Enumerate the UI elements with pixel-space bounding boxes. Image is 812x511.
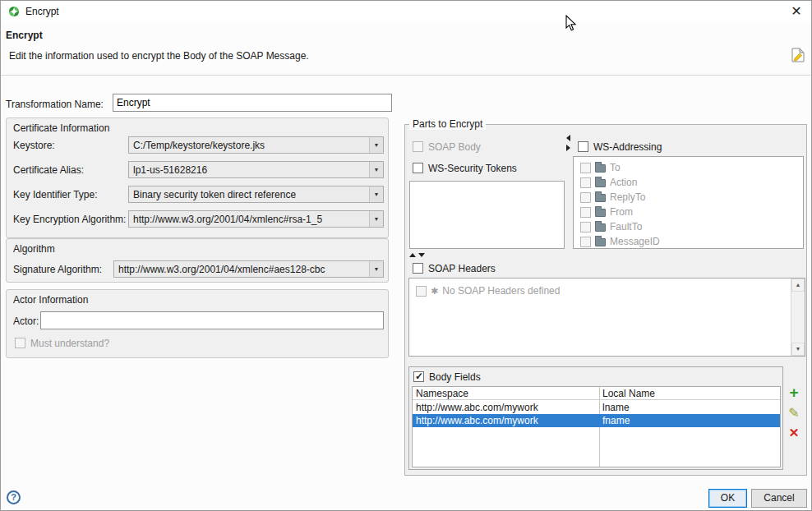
header-part-folder-icon [595, 194, 606, 202]
ws-addressing-item-label: ReplyTo [610, 191, 645, 203]
keystore-value: C:/Temp/keystore/keystore.jks [133, 140, 367, 151]
actor-information-group: Actor Information Actor: Must understand… [6, 289, 389, 358]
key-identifier-type-combo[interactable]: Binary security token direct reference ▼ [128, 186, 384, 203]
body-fields-table[interactable]: Namespace Local Name http://www.abc.com/… [412, 386, 781, 467]
certificate-information-title: Certificate Information [13, 122, 109, 134]
signature-algorithm-combo[interactable]: http://www.w3.org/2001/04/xmlenc#aes128-… [113, 260, 384, 278]
namespace-cell: http://www.abc.com/mywork [413, 401, 599, 414]
transformation-name-label: Transformation Name: [6, 99, 104, 110]
actor-label: Actor: [13, 315, 39, 327]
page-title: Encrypt [6, 30, 43, 41]
scroll-down-icon[interactable]: ▼ [791, 343, 805, 356]
ok-button[interactable]: OK [708, 489, 747, 508]
certificate-information-group: Certificate Information Keystore: C:/Tem… [6, 117, 389, 238]
dropdown-arrow-icon[interactable]: ▼ [369, 211, 383, 227]
help-icon[interactable]: ? [7, 490, 21, 504]
ws-addressing-item-action[interactable]: Action [574, 175, 803, 190]
title-bar: Encrypt ✕ [1, 1, 811, 22]
ws-security-tokens-checkbox[interactable] [413, 163, 423, 173]
certificate-alias-label: Certificate Alias: [13, 164, 84, 176]
close-button[interactable]: ✕ [788, 3, 805, 20]
certificate-alias-value: lp1-us-51628216 [133, 164, 367, 176]
ws-security-tokens-list[interactable] [409, 181, 565, 249]
app-icon [7, 5, 21, 18]
split-collapse-up-icon[interactable] [409, 253, 416, 257]
scroll-up-icon[interactable]: ▲ [791, 279, 805, 292]
split-collapse-down-icon[interactable] [418, 253, 425, 257]
ws-addressing-item-to[interactable]: To [574, 160, 803, 175]
algorithm-title: Algorithm [13, 243, 55, 255]
ws-addressing-item-checkbox[interactable] [580, 207, 591, 218]
body-fields-row: Body Fields [413, 371, 481, 383]
must-understand-checkbox[interactable] [15, 338, 25, 348]
ws-security-tokens-row: WS-Security Tokens [413, 162, 517, 174]
signature-algorithm-label: Signature Algorithm: [13, 264, 102, 275]
ws-addressing-item-label: To [610, 162, 621, 173]
parts-to-encrypt-panel: SOAP Body WS-Security Tokens WS-Addressi… [404, 124, 807, 476]
actor-information-title: Actor Information [13, 294, 88, 306]
ws-addressing-item-from[interactable]: From [574, 205, 803, 219]
soap-body-checkbox[interactable] [413, 141, 423, 152]
actor-input[interactable] [40, 311, 384, 329]
key-encryption-algorithm-value: http://www.w3.org/2001/04/xmlenc#rsa-1_5 [133, 214, 367, 225]
body-fields-checkbox[interactable] [413, 371, 424, 382]
encrypt-dialog: Encrypt ✕ Encrypt Edit the information u… [0, 0, 812, 511]
ws-addressing-row: WS-Addressing [578, 140, 662, 153]
window-title: Encrypt [25, 6, 59, 17]
no-soap-headers-label: No SOAP Headers defined [442, 285, 560, 297]
header-marker-icon: ✱ [431, 286, 438, 297]
ws-addressing-item-checkbox[interactable] [580, 177, 591, 188]
soap-headers-panel[interactable]: ✱ No SOAP Headers defined ▲ ▼ [408, 278, 805, 357]
cancel-button[interactable]: Cancel [751, 489, 807, 508]
table-header-row: Namespace Local Name [413, 387, 780, 400]
ws-addressing-item-label: From [610, 206, 633, 218]
split-collapse-left-icon[interactable] [566, 135, 570, 141]
must-understand-row: Must understand? [15, 337, 109, 349]
add-field-icon[interactable]: + [787, 386, 801, 401]
header-part-folder-icon [595, 164, 606, 173]
table-row[interactable]: http://www.abc.com/mywork lname [413, 401, 780, 414]
keystore-combo[interactable]: C:/Temp/keystore/keystore.jks ▼ [128, 136, 384, 154]
no-soap-headers-row: ✱ No SOAP Headers defined [409, 283, 805, 298]
soap-headers-checkbox[interactable] [413, 263, 423, 274]
header-part-folder-icon [595, 179, 606, 187]
ws-addressing-item-checkbox[interactable] [580, 237, 591, 247]
header-part-folder-icon [595, 209, 606, 217]
ws-addressing-item-replyto[interactable]: ReplyTo [574, 190, 803, 205]
dropdown-arrow-icon[interactable]: ▼ [369, 162, 383, 177]
dropdown-arrow-icon[interactable]: ▼ [369, 137, 383, 153]
dropdown-arrow-icon[interactable]: ▼ [369, 261, 383, 277]
body-fields-label: Body Fields [429, 371, 481, 383]
ws-addressing-list[interactable]: To Action ReplyTo From FaultTo [573, 156, 804, 249]
dropdown-arrow-icon[interactable]: ▼ [369, 186, 383, 202]
certificate-alias-combo[interactable]: lp1-us-51628216 ▼ [128, 161, 384, 178]
split-collapse-right-icon[interactable] [566, 145, 570, 151]
parts-to-encrypt-title: Parts to Encrypt [409, 118, 486, 130]
soap-headers-scrollbar[interactable]: ▲ ▼ [791, 279, 805, 356]
ws-addressing-item-messageid[interactable]: MessageID [574, 234, 803, 249]
edit-document-icon[interactable] [791, 48, 805, 62]
key-identifier-type-label: Key Identifier Type: [13, 189, 98, 200]
signature-algorithm-value: http://www.w3.org/2001/04/xmlenc#aes128-… [118, 264, 367, 275]
ws-addressing-item-checkbox[interactable] [580, 192, 591, 203]
table-row-selected[interactable]: http://www.abc.com/mywork fname [413, 414, 780, 427]
ws-addressing-item-label: Action [610, 177, 637, 188]
key-encryption-algorithm-combo[interactable]: http://www.w3.org/2001/04/xmlenc#rsa-1_5… [128, 210, 384, 228]
local-name-column-header: Local Name [599, 387, 780, 399]
body-fields-group: Body Fields Namespace Local Name http://… [408, 366, 783, 470]
edit-field-icon[interactable]: ✎ [787, 406, 801, 421]
key-encryption-algorithm-label: Key Encryption Algorithm: [13, 214, 126, 225]
ws-addressing-item-checkbox[interactable] [580, 222, 591, 232]
ws-addressing-item-checkbox[interactable] [580, 163, 591, 173]
ws-addressing-item-faultto[interactable]: FaultTo [574, 219, 803, 234]
delete-field-icon[interactable]: ✕ [787, 426, 801, 440]
page-description: Edit the information used to encrypt the… [9, 50, 309, 62]
soap-headers-label: SOAP Headers [428, 263, 496, 274]
ws-addressing-checkbox[interactable] [578, 141, 588, 152]
header-separator [1, 75, 811, 76]
local-name-cell: fname [599, 414, 780, 427]
namespace-column-header: Namespace [413, 387, 599, 399]
transformation-name-input[interactable] [113, 94, 392, 112]
keystore-label: Keystore: [13, 140, 55, 151]
mouse-cursor [565, 15, 577, 35]
